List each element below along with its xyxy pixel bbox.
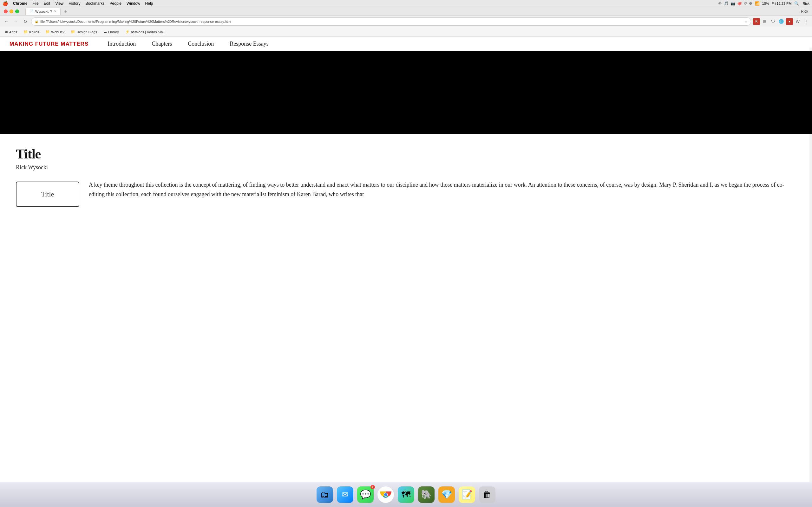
- wifi-icon[interactable]: 📶: [755, 1, 760, 6]
- back-button[interactable]: ←: [3, 18, 10, 25]
- titlebar-user: Rick: [801, 9, 808, 14]
- scrollbar-thumb[interactable]: [810, 51, 812, 70]
- apple-menu-icon[interactable]: 🍎: [3, 1, 8, 6]
- site-navigation: MAKING FUTURE MATTERS Introduction Chapt…: [0, 37, 812, 51]
- hero-banner: [0, 51, 812, 134]
- bookmark-star-icon[interactable]: ☆: [745, 19, 748, 23]
- bookmark-webdev-label: WebDev: [51, 30, 64, 34]
- bookmark-design-blogs-label: Design Blogs: [77, 30, 97, 34]
- lock-icon: 🔒: [35, 20, 38, 23]
- bookmark-webdev[interactable]: 📁 WebDev: [43, 29, 67, 35]
- menu-edit[interactable]: Edit: [44, 1, 50, 6]
- bookmark-asst-eds[interactable]: ⚡ asst-eds | Kairos Sla...: [123, 29, 168, 35]
- content-area: Title Rick Wysocki Title A key theme thr…: [0, 134, 812, 226]
- system-menu-bar: 🍎 Chrome File Edit View History Bookmark…: [0, 0, 812, 7]
- user-avatar[interactable]: Rick: [803, 2, 809, 5]
- library-cloud-icon: ☁: [103, 30, 107, 34]
- bookmark-apps[interactable]: ⊞ Apps: [3, 29, 20, 35]
- address-bar[interactable]: 🔒 file:///Users/rickwysocki/Documents/Pr…: [31, 17, 751, 26]
- design-folder-icon: 📁: [71, 30, 75, 34]
- menu-window[interactable]: Window: [126, 1, 140, 6]
- more-menu-button[interactable]: ⋮: [803, 18, 809, 25]
- menu-help[interactable]: Help: [145, 1, 153, 6]
- system-icons: 👁 🎵 📷 🐙 ↺ ⚙: [718, 1, 752, 6]
- nav-chapters[interactable]: Chapters: [152, 41, 172, 47]
- menu-people[interactable]: People: [110, 1, 121, 6]
- tab-close-button[interactable]: ✕: [54, 9, 56, 13]
- menu-file[interactable]: File: [32, 1, 38, 6]
- bookmark-kairos-label: Kairos: [29, 30, 39, 34]
- browser-toolbar: ← → ↻ 🔒 file:///Users/rickwysocki/Docume…: [0, 16, 812, 27]
- minimize-button[interactable]: [9, 9, 13, 13]
- tab-title: Wysocki: ?: [35, 9, 52, 13]
- bookmark-asst-eds-label: asst-eds | Kairos Sla...: [131, 30, 166, 34]
- bookmarks-bar: ⊞ Apps 📁 Kairos 📁 WebDev 📁 Design Blogs …: [0, 27, 812, 37]
- extension-icon-5[interactable]: W: [794, 18, 801, 25]
- bookmark-design-blogs[interactable]: 📁 Design Blogs: [68, 29, 100, 35]
- extension-icon-1[interactable]: ⊞: [761, 18, 768, 25]
- nav-introduction[interactable]: Introduction: [107, 41, 136, 47]
- article-title: Title: [16, 147, 796, 162]
- bookmark-kairos[interactable]: 📁 Kairos: [21, 29, 42, 35]
- tab-favicon: 📄: [30, 9, 33, 13]
- battery-icon: 10%: [762, 2, 769, 5]
- maximize-button[interactable]: [15, 9, 19, 13]
- extension-icon-4[interactable]: ■: [786, 18, 793, 25]
- menu-history[interactable]: History: [68, 1, 80, 6]
- menu-view[interactable]: View: [55, 1, 63, 6]
- article-title-box: Title: [16, 181, 79, 207]
- site-logo[interactable]: MAKING FUTURE MATTERS: [9, 41, 89, 47]
- page-container: MAKING FUTURE MATTERS Introduction Chapt…: [0, 37, 812, 226]
- bookmark-library-label: Library: [108, 30, 119, 34]
- bookmark-library[interactable]: ☁ Library: [101, 29, 121, 35]
- kairos-folder-icon: 📁: [23, 30, 28, 34]
- close-button[interactable]: [4, 9, 8, 13]
- nav-conclusion[interactable]: Conclusion: [188, 41, 214, 47]
- search-icon[interactable]: 🔍: [794, 1, 799, 6]
- kairos-extension-icon[interactable]: K: [753, 18, 760, 25]
- site-nav-links: Introduction Chapters Conclusion Respons…: [107, 41, 268, 47]
- active-tab[interactable]: 📄 Wysocki: ? ✕: [26, 8, 61, 15]
- address-text[interactable]: file:///Users/rickwysocki/Documents/Prog…: [40, 20, 743, 23]
- menu-bookmarks[interactable]: Bookmarks: [86, 1, 105, 6]
- forward-button[interactable]: →: [12, 18, 20, 25]
- browser-titlebar: 📄 Wysocki: ? ✕ + Rick: [0, 7, 812, 16]
- apps-bookmark-icon: ⊞: [5, 30, 8, 34]
- article-body: Title A key theme throughout this collec…: [16, 180, 796, 207]
- reload-button[interactable]: ↻: [21, 18, 29, 25]
- nav-response-essays[interactable]: Response Essays: [230, 41, 269, 47]
- new-tab-button[interactable]: +: [62, 8, 69, 15]
- system-time: Fri 12:23 PM: [772, 2, 792, 5]
- article-body-text: A key theme throughout this collection i…: [89, 180, 796, 199]
- bookmark-apps-label: Apps: [9, 30, 17, 34]
- article-author: Rick Wysocki: [16, 164, 796, 171]
- webdev-folder-icon: 📁: [45, 30, 50, 34]
- scrollbar[interactable]: [809, 48, 812, 226]
- extension-icon-2[interactable]: 🛡: [769, 18, 776, 25]
- extension-icon-3[interactable]: 🌐: [778, 18, 785, 25]
- asst-eds-icon: ⚡: [125, 30, 130, 34]
- menu-chrome[interactable]: Chrome: [13, 1, 27, 6]
